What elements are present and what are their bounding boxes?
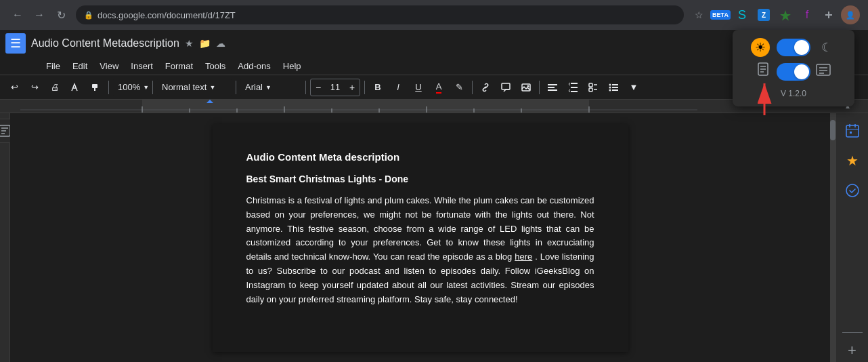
menu-edit[interactable]: Edit: [67, 60, 93, 73]
svg-point-16: [609, 86, 611, 88]
popup-theme-row: ☀ ☾: [741, 38, 846, 57]
add-sidebar-button[interactable]: +: [840, 338, 865, 362]
extension-3-button[interactable]: [776, 5, 795, 24]
docs-app-icon: ☰: [5, 33, 26, 54]
browser-actions: ☆ BETA S Z f 👤: [689, 5, 860, 24]
menu-tools[interactable]: Tools: [200, 60, 231, 73]
document-area[interactable]: Audio Content Meta description Best Smar…: [10, 113, 830, 362]
back-button[interactable]: ←: [8, 5, 27, 24]
arrow-indicator: [751, 78, 778, 121]
align-button[interactable]: [544, 79, 561, 96]
menu-file[interactable]: File: [41, 60, 66, 73]
svg-rect-4: [502, 83, 510, 89]
beta-button[interactable]: BETA: [711, 5, 730, 24]
tasks-button[interactable]: [840, 178, 865, 203]
menu-view[interactable]: View: [94, 60, 124, 73]
redo-button[interactable]: ↪: [26, 79, 43, 96]
sun-icon: ☀: [751, 38, 770, 57]
menu-addons[interactable]: Add-ons: [232, 60, 276, 73]
sidebar-divider: [842, 332, 863, 333]
star-button[interactable]: ☆: [689, 5, 708, 24]
svg-rect-11: [571, 87, 578, 88]
google-sidebar: ★ +: [836, 113, 868, 362]
ruler-inner: [20, 100, 838, 113]
extension-1-button[interactable]: S: [733, 5, 752, 24]
style-select[interactable]: Normal text ▼: [157, 79, 232, 96]
theme-toggle[interactable]: [777, 39, 810, 56]
svg-rect-10: [571, 83, 578, 84]
browser-chrome: ← → ↻ 🔒 docs.google.com/document/d/17ZT …: [0, 0, 868, 30]
svg-rect-2: [92, 84, 97, 88]
font-chevron: ▼: [265, 84, 272, 91]
separator-4: [305, 81, 306, 94]
address-bar[interactable]: 🔒 docs.google.com/document/d/17ZT: [76, 5, 684, 24]
calendar-button[interactable]: [840, 119, 865, 143]
underline-button[interactable]: U: [410, 79, 427, 96]
folder-icon[interactable]: 📁: [199, 38, 211, 49]
nav-buttons: ← → ↻: [8, 5, 70, 24]
print-button[interactable]: 🖨: [46, 79, 64, 96]
extension-2-button[interactable]: Z: [754, 5, 773, 24]
page-subtitle: Best Smart Christmas Lights - Done: [246, 174, 594, 184]
extension-4-button[interactable]: f: [798, 5, 817, 24]
title-icons: ★ 📁 ☁: [185, 38, 225, 49]
comment-button[interactable]: [497, 79, 515, 96]
main-area: Audio Content Meta description Best Smar…: [0, 113, 868, 362]
svg-point-15: [609, 83, 611, 85]
svg-text:Z: Z: [762, 12, 766, 19]
menu-help[interactable]: Help: [278, 60, 307, 73]
font-size-decrease[interactable]: −: [311, 79, 326, 96]
italic-button[interactable]: I: [389, 79, 407, 96]
text-color-icon: A: [436, 81, 442, 94]
undo-button[interactable]: ↩: [5, 79, 23, 96]
separator-5: [364, 81, 365, 94]
version-text: V 1.2.0: [781, 89, 806, 98]
scrollbar-track[interactable]: [830, 113, 836, 362]
separator-3: [236, 81, 236, 94]
scrollbar-thumb[interactable]: [830, 120, 836, 140]
body-link[interactable]: here: [515, 252, 532, 262]
svg-marker-32: [207, 100, 213, 103]
reload-button[interactable]: ↻: [51, 5, 70, 24]
svg-rect-37: [846, 125, 859, 137]
paint-format-button[interactable]: [87, 79, 104, 96]
document-page: Audio Content Meta description Best Smar…: [213, 124, 628, 352]
separator-7: [539, 81, 540, 94]
cloud-icon[interactable]: ☁: [216, 38, 225, 49]
separator-6: [472, 81, 473, 94]
style-value: Normal text: [162, 82, 207, 92]
doc-mode-toggle[interactable]: [777, 63, 810, 81]
line-spacing-button[interactable]: [564, 79, 582, 96]
svg-rect-12: [571, 91, 578, 92]
separator-2: [152, 81, 153, 94]
page-title: Audio Content Meta description: [246, 151, 594, 163]
list-button[interactable]: [605, 79, 622, 96]
menu-insert[interactable]: Insert: [125, 60, 158, 73]
doc-mode-toggle-knob: [794, 64, 809, 79]
bookmark-icon[interactable]: ★: [185, 38, 194, 49]
svg-point-42: [846, 184, 859, 197]
forward-button[interactable]: →: [30, 5, 49, 24]
font-value: Arial: [245, 82, 263, 92]
more-button[interactable]: ▼: [625, 79, 643, 96]
svg-rect-3: [94, 88, 95, 91]
extensions-button[interactable]: [819, 5, 838, 24]
link-button[interactable]: [477, 79, 494, 96]
checklist-button[interactable]: [584, 79, 602, 96]
svg-rect-9: [548, 89, 557, 91]
page-body[interactable]: Christmas is a festival of lights and pl…: [246, 194, 594, 306]
font-select[interactable]: Arial ▼: [240, 79, 301, 96]
notes-button[interactable]: ★: [840, 148, 865, 173]
highlight-button[interactable]: ✎: [450, 79, 468, 96]
spell-check-button[interactable]: [66, 79, 84, 96]
font-size-value: 11: [326, 82, 345, 92]
profile-avatar[interactable]: 👤: [841, 5, 860, 24]
menu-format[interactable]: Format: [160, 60, 198, 73]
bold-button[interactable]: B: [369, 79, 387, 96]
document-title[interactable]: Audio Content Metadescription: [31, 37, 179, 49]
text-color-button[interactable]: A: [430, 79, 448, 96]
zoom-select[interactable]: 100% ▼: [113, 79, 148, 96]
image-button[interactable]: [517, 79, 535, 96]
font-size-increase[interactable]: +: [345, 79, 360, 96]
theme-toggle-knob: [794, 40, 809, 55]
